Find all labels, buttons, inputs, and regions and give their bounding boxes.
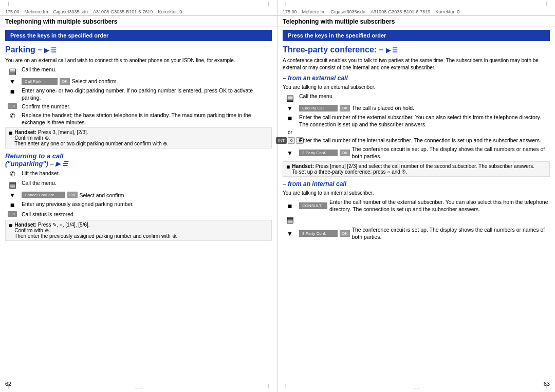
step-keypad-1: ■ Enter any one- or two-digit parking nu…: [5, 87, 272, 101]
lcd-enquiry: Enquiry Call: [299, 105, 338, 111]
int-step-consult: ■ CONSULT Enter the call number of the e…: [283, 198, 550, 213]
step-ok-2-text: Call status is restored.: [22, 211, 272, 218]
corner-mark-bm: _ _: [135, 383, 142, 388]
r-handset-text: Press [menu] [2/3] and select the call n…: [316, 163, 534, 169]
blue-box-left: Press the keys in the specified order: [5, 30, 272, 41]
section-title-parking: Parking – ▶ ☰: [5, 45, 272, 54]
header-file: Mehrere.fm: [25, 9, 48, 14]
menu-icon-2: ▤: [5, 179, 20, 190]
step-lift-text: Lift the handset.: [22, 170, 272, 177]
blue-box-right: Press the keys in the specified order: [283, 30, 550, 41]
r-header-code: A31008-G3035-B101-6-7619: [371, 9, 430, 14]
handset-then-2: Then enter the previously assigned parki…: [14, 233, 177, 239]
tel-heading-left: Telephoning with multiple subscribers: [0, 16, 277, 27]
lcd-cancelpark: Cancel CallPark: [22, 192, 65, 198]
lcd-callpark: Call Park: [22, 78, 58, 85]
zero-btn: 0: [288, 137, 295, 144]
step-lcd-callpark-text: Select and confirm.: [72, 78, 272, 85]
external-step-1: You are talking to an external subscribe…: [283, 84, 550, 91]
step-keypad-2: ■ Enter any previously assigned parking …: [5, 200, 272, 209]
handset-confirm-2: Confirm with ⊕.: [14, 228, 50, 233]
internal-step-1: You are talking to an internal subscribe…: [283, 190, 550, 197]
left-page: | | 175.00 Mehrere.fm Gigaset3035isdn A3…: [0, 0, 278, 392]
handset-note-unparking: ■ Handset: Press ✎, ○, [1/4], [5/6]. Con…: [5, 220, 272, 241]
keypad-icon-2: ■: [5, 200, 20, 209]
r-header-device: Gigaset3035isdn: [331, 9, 366, 14]
section-title-conference: Three-party conference: – ▶ ☰: [283, 45, 550, 54]
page-wrapper: | | 175.00 Mehrere.fm Gigaset3035isdn A3…: [0, 0, 555, 392]
header-korr: Korrektur: 0: [158, 9, 182, 14]
parking-icons: ▶ ☰: [44, 47, 56, 54]
handset-text-1: Press 3, [menu], [2/3].: [38, 129, 88, 135]
ext-3party-text: The conference circuit is set up. The di…: [352, 145, 550, 160]
header-code: A31008-G3035-B101-6-7619: [93, 9, 153, 14]
lcd-consult: CONSULT: [299, 202, 327, 209]
bottom-marks-left: | _ _ |: [0, 382, 277, 389]
corner-mark-rbl: |: [285, 383, 286, 388]
step-phone-1: ✆ Replace the handset; the base station …: [5, 111, 272, 126]
lcd-3party-ext: 3 Party Conf.: [299, 150, 338, 156]
corner-mark-tr: |: [268, 1, 269, 6]
ok-icon-1: OK: [5, 103, 20, 109]
down-icon-2: ▼: [5, 191, 20, 199]
ext-enquiry-text: The call is placed on hold.: [352, 104, 550, 111]
menu-icon-1: ▤: [5, 66, 20, 76]
sub-heading-line1: Returning to a call: [5, 152, 63, 160]
ok-cancelpark: OK: [67, 192, 78, 198]
top-marks-right: | |: [278, 0, 555, 7]
int-step-menu: ▤: [283, 214, 550, 225]
down-icon-1: ▼: [5, 78, 20, 85]
ext-keypad-icon: ■: [283, 114, 297, 122]
handset-label-1: Handset:: [14, 129, 36, 135]
handset-then-1: Then enter any one or two-digit parking …: [14, 141, 169, 146]
int-consult-text: Enter the call number of the external su…: [329, 198, 550, 213]
ext-int-icon: INT 0 6: [283, 137, 297, 144]
top-marks-left: | |: [0, 0, 277, 7]
phone-icon-1: ✆: [5, 111, 20, 120]
unparking-content: ✆ Lift the handset. ▤ Call the menu. ▼ C…: [0, 170, 277, 240]
handset-note-parking: ■ Handset: Press 3, [menu], [2/3]. Confi…: [5, 127, 272, 148]
step-lcd-cancelpark-text: Select and confirm.: [80, 192, 272, 199]
step-phone-1-text: Replace the handset; the base station te…: [22, 111, 272, 126]
corner-mark-rbr: |: [546, 383, 547, 388]
right-page: | | 175.00 Mehrere.fm Gigaset3035isdn A3…: [278, 0, 555, 392]
ext-down-icon: ▼: [283, 104, 297, 112]
r-header-korr: Korrektur: 0: [435, 9, 459, 14]
phone-icon-2: ✆: [5, 170, 20, 178]
ext-step-call-menu: ▤ Call the menu: [283, 92, 550, 103]
unpark-icons: ▶ ☰: [55, 160, 67, 167]
ok-3party-ext: OK: [340, 150, 350, 156]
ok-enquiry: OK: [340, 105, 350, 111]
from-internal-heading: – from an internal call: [283, 180, 545, 188]
ext-menu-icon: ▤: [283, 92, 297, 103]
int-consult-icon: ■: [283, 201, 297, 210]
parking-intro: You are on an external call and wish to …: [5, 57, 272, 64]
sub-heading-line2: ("unparking") –: [5, 160, 54, 167]
or-label: or: [288, 129, 545, 135]
header-meta-right: 175.00 Mehrere.fm Gigaset3035isdn A31008…: [283, 9, 459, 14]
ext-int-text: Enter the call number of the internal su…: [299, 137, 550, 144]
int-menu-icon: ▤: [283, 214, 297, 225]
tel-heading-right: Telephoning with multiple subscribers: [278, 16, 555, 27]
bottom-marks-right: | _ _ |: [278, 382, 555, 389]
int-down-icon: ▼: [283, 230, 297, 237]
keypad-icon-1: ■: [5, 87, 20, 96]
sub-heading-unparking: Returning to a call ("unparking") – ▶ ☰: [5, 152, 272, 167]
corner-mark-rtl: |: [285, 1, 286, 6]
r-handset-label: Handset:: [292, 163, 314, 169]
ok-icon-2: OK: [5, 211, 20, 217]
r-header-file: Mehrere.fm: [302, 9, 326, 14]
ok-callpark: OK: [60, 78, 70, 85]
header-meta-left: 175.00 Mehrere.fm Gigaset3035isdn A31008…: [5, 9, 182, 14]
step-lcd-cancelpark: ▼ Cancel CallPark OK Select and confirm.: [5, 191, 272, 199]
parking-content: You are on an external call and wish to …: [0, 57, 277, 148]
ext-step-int: INT 0 6 Enter the call number of the int…: [283, 137, 550, 144]
from-external-heading: – from an external call: [283, 74, 545, 82]
corner-mark-tl: |: [8, 1, 9, 6]
page-header-left: 175.00 Mehrere.fm Gigaset3035isdn A31008…: [0, 7, 277, 16]
step-keypad-1-text: Enter any one- or two-digit parking numb…: [22, 87, 272, 101]
step-keypad-2-text: Enter any previously assigned parking nu…: [22, 200, 272, 208]
handset-confirm-1: Confirm with ⊕.: [14, 135, 50, 141]
handset-note-conference: ■ Handset: Press [menu] [2/3] and select…: [283, 161, 550, 177]
step-call-menu-2: ▤ Call the menu.: [5, 179, 272, 190]
